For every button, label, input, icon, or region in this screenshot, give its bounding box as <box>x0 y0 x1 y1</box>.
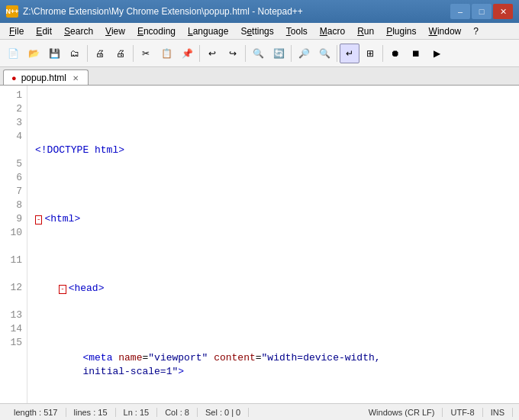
code-line-2: -<html> <box>32 212 519 227</box>
minimize-button[interactable]: – <box>450 4 470 19</box>
toolbar-sep-5 <box>291 45 292 62</box>
menu-plugins[interactable]: Plugins <box>380 24 422 38</box>
fold-marker-3[interactable]: - <box>59 285 66 294</box>
ln-7: 7 <box>8 185 22 199</box>
maximize-button[interactable]: □ <box>472 4 492 19</box>
toolbar-sep-2 <box>133 45 134 62</box>
toolbar-sep-3 <box>199 45 200 62</box>
ln-13: 13 <box>8 309 22 322</box>
line-numbers: 1 2 3 4 5 6 7 8 9 10 11 12 13 14 15 <box>0 86 27 403</box>
menu-edit[interactable]: Edit <box>30 24 58 38</box>
code-line-1: <!DOCTYPE html> <box>32 144 519 157</box>
ln-11: 11 <box>8 254 22 281</box>
tab-icon: ● <box>11 73 17 82</box>
toolbar-cut[interactable]: ✂ <box>136 44 156 63</box>
code-lines[interactable]: <!DOCTYPE html> -<html> -<head> <meta na… <box>27 86 519 403</box>
editor-area: 1 2 3 4 5 6 7 8 9 10 11 12 13 14 15 <!DO… <box>0 86 519 403</box>
toolbar-sep-6 <box>337 45 337 62</box>
toolbar-undo[interactable]: ↩ <box>202 44 222 63</box>
status-bar: length : 517 lines : 15 Ln : 15 Col : 8 … <box>0 403 519 420</box>
menu-window[interactable]: Window <box>423 24 468 38</box>
ln-9: 9 <box>8 212 22 226</box>
toolbar-zoomout[interactable]: 🔍 <box>314 44 334 63</box>
code-line-3: -<head> <box>32 282 519 296</box>
toolbar-save[interactable]: 💾 <box>44 44 64 63</box>
menu-encoding[interactable]: Encoding <box>131 24 182 38</box>
ln-5: 5 <box>8 157 22 171</box>
toolbar-print[interactable]: 🖨 <box>90 44 110 63</box>
ln-12: 12 <box>8 281 22 309</box>
menu-macro[interactable]: Macro <box>314 24 351 38</box>
toolbar-copy[interactable]: 📋 <box>156 44 176 63</box>
status-sel: Sel : 0 | 0 <box>198 408 249 417</box>
tab-popup-html[interactable]: ● popup.html ✕ <box>3 69 89 85</box>
toolbar-paste[interactable]: 📌 <box>177 44 197 63</box>
toolbar-macro-stop[interactable]: ⏹ <box>406 44 426 63</box>
toolbar-sep-1 <box>87 45 88 62</box>
close-button[interactable]: ✕ <box>493 4 513 19</box>
status-ln: Ln : 15 <box>116 408 158 417</box>
toolbar-open[interactable]: 📂 <box>24 44 44 63</box>
toolbar-redo[interactable]: ↪ <box>223 44 243 63</box>
ln-15: 15 <box>8 336 22 350</box>
toolbar-replace[interactable]: 🔄 <box>269 44 289 63</box>
toolbar-sep-4 <box>245 45 246 62</box>
title-bar-controls[interactable]: – □ ✕ <box>450 4 513 19</box>
menu-view[interactable]: View <box>99 24 131 38</box>
toolbar-saveall[interactable]: 🗂 <box>65 44 85 63</box>
toolbar-indent[interactable]: ⊞ <box>360 44 380 63</box>
ln-3: 3 <box>8 116 22 130</box>
toolbar-zoomin[interactable]: 🔎 <box>294 44 314 63</box>
app-icon: N++ <box>6 5 18 18</box>
menu-language[interactable]: Language <box>182 24 234 38</box>
toolbar-find[interactable]: 🔍 <box>248 44 268 63</box>
ln-1: 1 <box>8 89 22 102</box>
title-bar-left: N++ Z:\Chrome Extension\My Chrome Extens… <box>6 5 303 18</box>
status-encoding: UTF-8 <box>443 408 482 417</box>
menu-file[interactable]: File <box>3 24 30 38</box>
status-length: length : 517 <box>6 408 66 417</box>
tab-close-button[interactable]: ✕ <box>71 74 80 82</box>
fold-marker-2[interactable]: - <box>35 215 42 225</box>
menu-settings[interactable]: Settings <box>234 24 279 38</box>
ln-10: 10 <box>8 226 22 254</box>
status-ins: INS <box>483 408 513 417</box>
ln-2: 2 <box>8 102 22 116</box>
code-editor[interactable]: 1 2 3 4 5 6 7 8 9 10 11 12 13 14 15 <!DO… <box>0 86 519 403</box>
ln-4: 4 <box>8 130 22 157</box>
tab-label: popup.html <box>21 73 66 83</box>
toolbar-new[interactable]: 📄 <box>3 44 23 63</box>
title-bar: N++ Z:\Chrome Extension\My Chrome Extens… <box>0 0 519 23</box>
status-lines: lines : 15 <box>66 408 116 417</box>
toolbar-macro-rec[interactable]: ⏺ <box>385 44 405 63</box>
status-eol: Windows (CR LF) <box>361 408 443 417</box>
toolbar-sep-7 <box>382 45 383 62</box>
toolbar: 📄 📂 💾 🗂 🖨 🖨 ✂ 📋 📌 ↩ ↪ 🔍 🔄 🔎 🔍 ↵ ⊞ ⏺ ⏹ ▶ <box>0 40 519 67</box>
tab-bar: ● popup.html ✕ <box>0 67 519 86</box>
toolbar-printprev[interactable]: 🖨 <box>111 44 131 63</box>
menu-bar: File Edit Search View Encoding Language … <box>0 23 519 40</box>
code-line-4: <meta name="viewport" content="width=dev… <box>32 351 519 379</box>
ln-14: 14 <box>8 322 22 336</box>
menu-tools[interactable]: Tools <box>280 24 314 38</box>
ln-6: 6 <box>8 171 22 185</box>
menu-run[interactable]: Run <box>351 24 380 38</box>
status-col: Col : 8 <box>157 408 198 417</box>
window-title: Z:\Chrome Extension\My Chrome Extension\… <box>23 6 303 17</box>
menu-help[interactable]: ? <box>467 24 485 38</box>
ln-8: 8 <box>8 199 22 212</box>
toolbar-wordwrap[interactable]: ↵ <box>340 44 359 63</box>
menu-search[interactable]: Search <box>58 24 99 38</box>
toolbar-macro-play[interactable]: ▶ <box>427 44 446 63</box>
